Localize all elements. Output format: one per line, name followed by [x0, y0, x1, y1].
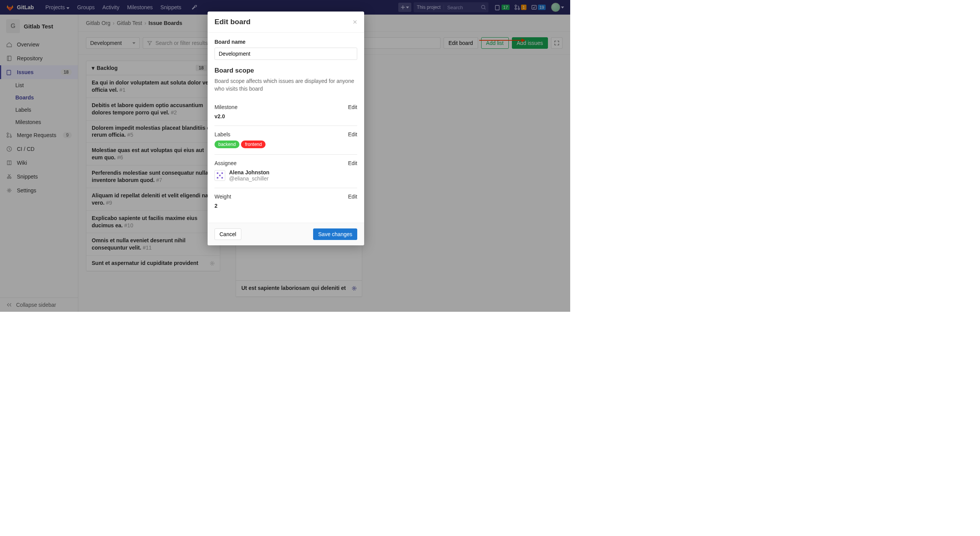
assignee-handle: @eliana_schiller — [229, 175, 269, 182]
board-name-label: Board name — [214, 39, 357, 45]
label-chip: frontend — [241, 141, 266, 148]
edit-weight-link[interactable]: Edit — [348, 194, 357, 200]
board-name-input[interactable] — [214, 48, 357, 60]
scope-weight: WeightEdit 2 — [214, 188, 357, 215]
edit-labels-link[interactable]: Edit — [348, 131, 357, 137]
scope-milestone: MilestoneEdit v2.0 — [214, 99, 357, 126]
cancel-button[interactable]: Cancel — [214, 228, 241, 240]
assignee-avatar — [214, 170, 225, 181]
scope-title: Board scope — [214, 67, 357, 74]
close-icon[interactable]: × — [353, 18, 357, 26]
label-chip: backend — [214, 141, 239, 148]
edit-milestone-link[interactable]: Edit — [348, 104, 357, 110]
save-changes-button[interactable]: Save changes — [313, 228, 357, 240]
scope-assignee: AssigneeEdit Alena Johnston @eliana_schi… — [214, 155, 357, 188]
edit-assignee-link[interactable]: Edit — [348, 160, 357, 166]
milestone-value: v2.0 — [214, 113, 357, 119]
scope-labels: LabelsEdit backendfrontend — [214, 126, 357, 155]
svg-rect-23 — [217, 177, 218, 179]
svg-rect-21 — [221, 172, 223, 174]
assignee-name: Alena Johnston — [229, 169, 269, 175]
svg-rect-22 — [219, 175, 221, 176]
scope-description: Board scope affects which issues are dis… — [214, 78, 357, 93]
edit-board-modal: Edit board × Board name Board scope Boar… — [208, 12, 364, 245]
weight-value: 2 — [214, 203, 357, 209]
svg-rect-24 — [221, 177, 223, 179]
svg-rect-20 — [217, 172, 218, 174]
modal-title: Edit board — [214, 18, 251, 26]
